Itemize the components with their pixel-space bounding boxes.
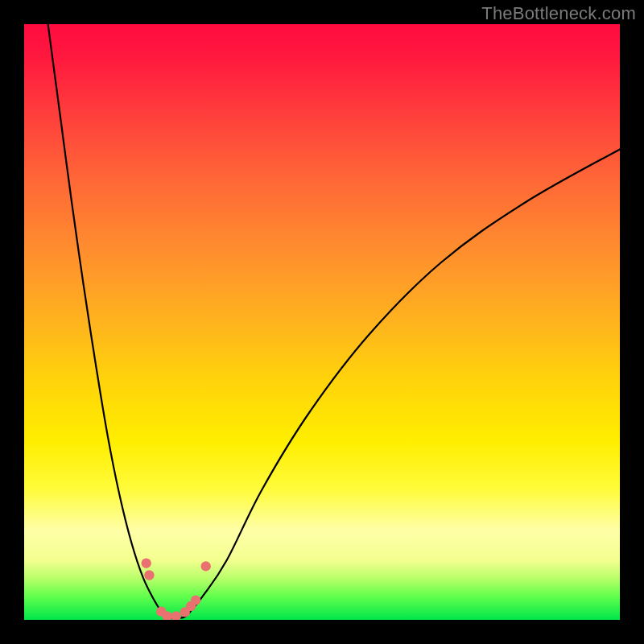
chart-frame: TheBottleneck.com <box>0 0 644 644</box>
bottleneck-curve-path <box>48 24 620 618</box>
curve-marker <box>186 601 196 611</box>
curve-marker <box>201 561 211 571</box>
curve-marker <box>162 611 171 620</box>
curve-marker <box>171 611 181 620</box>
curve-marker <box>180 607 190 617</box>
curve-marker <box>191 595 200 605</box>
watermark-text: TheBottleneck.com <box>481 3 636 24</box>
plot-area <box>24 24 620 620</box>
curve-marker <box>156 606 166 616</box>
curve-marker <box>144 570 154 580</box>
curve-markers <box>142 559 211 621</box>
bottleneck-curve-svg <box>24 24 620 620</box>
curve-marker <box>142 559 151 568</box>
